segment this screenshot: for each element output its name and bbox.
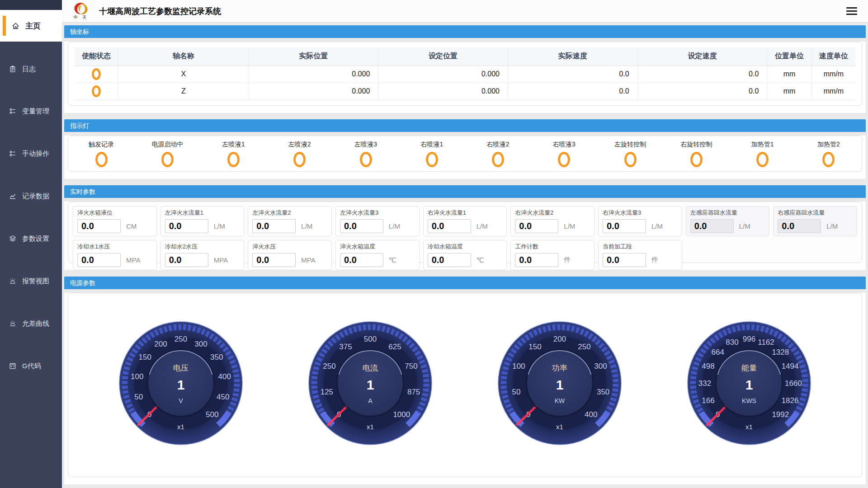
axis-table-card: 使能状态轴名称实际位置设定位置实际速度设定速度位置单位速度单位 X0.0000.… [68,42,862,106]
sidebar-item-2[interactable]: 变量管理 [0,103,62,119]
axis-section: 轴坐标 使能状态轴名称实际位置设定位置实际速度设定速度位置单位速度单位 X0.0… [64,25,866,113]
param-box: 左淬火水流量3L/M [335,206,420,236]
gauge-wrapper: 01252503755006257508751000电流1Ax1 [302,316,438,454]
param-value-input[interactable] [77,219,121,233]
gauge-wrapper: 0166332498664830996116213281494166018261… [681,316,817,454]
sidebar-item-1[interactable]: 日志 [0,61,62,77]
indicator-light-item: 左喷液3 [333,141,399,167]
sidebar-item-gcode[interactable]: G代码 [0,358,62,374]
indicator-light-label: 左喷液3 [354,141,377,149]
sidebar-item-6[interactable]: 报警视图 [0,273,62,289]
param-box: 冷却水2水压MPA [160,240,245,270]
axis-table-body: X0.0000.0000.00.0mmmm/mZ0.0000.0000.00.0… [75,66,855,100]
param-value-row: L/M [428,219,503,233]
main-column: 中 天 十堰高周波工艺参数监控记录系统 轴坐标 使能状态轴名称实际位置设定位置实… [62,0,868,488]
param-box: 右淬火水流量3L/M [598,206,682,236]
param-value-input[interactable] [77,253,121,267]
svg-text:400: 400 [218,372,231,381]
indicator-light-item: 右旋转控制 [663,141,729,167]
param-unit-label: L/M [826,222,838,230]
axis-column-header: 速度单位 [811,47,855,66]
param-label: 工件计数 [515,243,590,251]
param-value-input[interactable] [690,219,734,233]
param-label: 冷却水2水压 [165,243,240,251]
sidebar-item-7[interactable]: 允差曲线 [0,316,62,331]
param-value-input[interactable] [603,219,646,233]
param-label: 左淬火水流量1 [165,209,240,217]
main-content: 轴坐标 使能状态轴名称实际位置设定位置实际速度设定速度位置单位速度单位 X0.0… [62,23,868,488]
alarm-icon [9,277,16,285]
gauge-unit: KWS [742,397,756,404]
param-unit-label: L/M [564,222,575,230]
svg-text:350: 350 [597,388,609,396]
param-value-input[interactable] [252,253,296,267]
axis-column-header: 实际速度 [508,47,637,66]
svg-text:250: 250 [175,335,187,343]
param-box: 冷却水1水压MPA [73,240,157,270]
param-value-row: L/M [252,219,327,233]
param-box: 冷却水箱温度℃ [423,240,507,270]
indicator-light-lamp [756,152,769,167]
param-label: 淬火水箱温度 [340,243,415,251]
gauge-unit: KW [555,397,565,404]
gauge-multiplier: x1 [367,423,374,431]
param-value-row: MPA [252,253,327,267]
svg-text:250: 250 [323,362,335,371]
page-title: 十堰高周波工艺参数监控记录系统 [99,6,221,17]
svg-text:1992: 1992 [772,410,789,419]
brand-logo-caption: 中 天 [74,14,89,20]
param-value-input[interactable] [340,219,383,233]
param-value-input[interactable] [515,253,558,267]
menu-icon[interactable] [846,7,857,15]
param-value-row: 件 [603,253,678,267]
param-value-input[interactable] [252,219,296,233]
log-icon [9,66,16,73]
param-value-input[interactable] [428,253,471,267]
param-value-input[interactable] [778,219,821,233]
axis-table: 使能状态轴名称实际位置设定位置实际速度设定速度位置单位速度单位 X0.0000.… [75,47,855,100]
indicator-light-item: 触发记录 [68,141,134,167]
sidebar-item-4[interactable]: 记录数据 [0,188,62,204]
indicator-light-item: 左旋转控制 [597,141,663,167]
sidebar-item-5[interactable]: 参数设置 [0,231,62,246]
axis-set-pos-cell: 0.000 [378,66,508,83]
param-value-input[interactable] [428,219,471,233]
svg-text:996: 996 [742,335,755,343]
app-header: 中 天 十堰高周波工艺参数监控记录系统 [62,0,868,23]
param-value-row: ℃ [340,253,415,267]
param-unit-label: 件 [651,256,658,264]
brand-logo-icon [71,2,90,15]
svg-text:875: 875 [407,388,420,396]
gauge-multiplier: x1 [177,423,184,431]
indicator-light-lamp [95,152,108,167]
param-value-input[interactable] [515,219,558,233]
gauge-unit: V [179,397,184,404]
indicator-light-label: 左旋转控制 [614,141,646,149]
param-label: 右感应器回水流量 [778,209,853,217]
sidebar-item-0[interactable]: 主页 [0,10,62,42]
param-value-input[interactable] [340,253,383,267]
param-value-input[interactable] [165,253,208,267]
param-label: 右淬火水流量3 [603,209,678,217]
alarm-icon [9,320,16,327]
gauge-unit: A [368,397,373,404]
param-label: 当前加工段 [603,243,678,251]
axis-column-header: 轴名称 [118,47,249,66]
param-value-input[interactable] [165,219,208,233]
param-value-input[interactable] [603,253,646,267]
indicator-light-label: 加热管1 [751,141,774,149]
layers-icon [9,235,16,242]
svg-text:664: 664 [711,348,724,357]
table-row: X0.0000.0000.00.0mmmm/m [75,66,855,83]
gauge-title: 电压 [173,364,189,372]
sidebar-item-3[interactable]: 手动操作 [0,146,62,161]
sidebar: 主页日志变量管理手动操作记录数据参数设置报警视图允差曲线G代码 [0,0,62,488]
gauge-title: 电流 [363,364,378,372]
svg-text:1494: 1494 [781,362,798,371]
param-label: 右淬火水流量2 [515,209,590,217]
param-box: 右淬火水流量1L/M [423,206,507,236]
axis-actual-speed-cell: 0.0 [508,83,637,100]
indicator-light-lamp [558,152,570,167]
param-box: 淬火水压MPA [248,240,332,270]
param-unit-label: L/M [389,222,400,230]
